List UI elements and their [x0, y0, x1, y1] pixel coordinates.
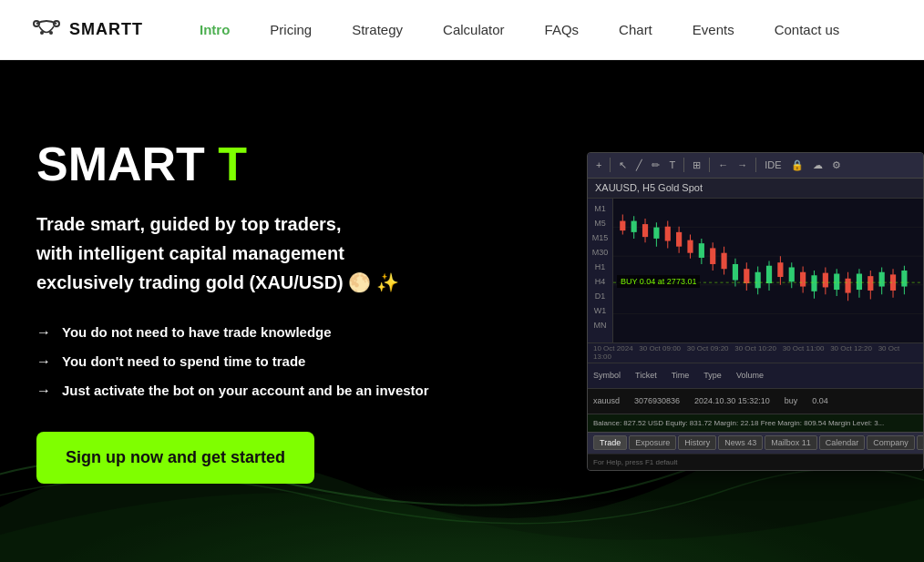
bullet-3: → Just activate the bot on your account …: [36, 383, 429, 399]
hero-title-white: SMART: [36, 138, 218, 190]
logo[interactable]: SMARTT: [29, 13, 143, 47]
chart-balance-bar: Balance: 827.52 USD Equity: 831.72 Margi…: [588, 414, 923, 432]
svg-rect-36: [766, 265, 772, 282]
toolbar-settings[interactable]: ⚙: [829, 158, 844, 172]
tf-h4[interactable]: H4: [588, 275, 612, 288]
chart-status-bar: For Help, press F1 default: [588, 454, 923, 470]
nav-item-pricing[interactable]: Pricing: [250, 0, 332, 60]
tab-calendar[interactable]: Calendar: [819, 435, 866, 450]
svg-rect-60: [901, 271, 907, 287]
svg-rect-32: [744, 269, 749, 283]
svg-rect-26: [710, 248, 715, 264]
nav-item-faqs[interactable]: FAQs: [525, 0, 600, 60]
svg-rect-46: [823, 272, 828, 287]
svg-rect-30: [733, 263, 738, 280]
toolbar-plus[interactable]: +: [593, 158, 604, 171]
chart-toolbar: + ↖ ╱ ✏ T ⊞ ← → IDE 🔒 ☁ ⚙: [588, 153, 923, 179]
svg-rect-50: [845, 278, 850, 292]
tab-exposure[interactable]: Exposure: [629, 435, 676, 450]
chart-orders-data: xauusd 3076930836 2024.10.30 15:32:10 bu…: [588, 388, 923, 414]
svg-rect-38: [777, 262, 783, 277]
toolbar-ide[interactable]: IDE: [762, 158, 784, 171]
toolbar-fwd[interactable]: →: [734, 158, 750, 171]
tab-trade[interactable]: Trade: [593, 435, 627, 450]
candlestick-svg: [613, 199, 923, 342]
toolbar-back[interactable]: ←: [715, 158, 731, 171]
logo-text: SMARTT: [69, 20, 143, 39]
toolbar-line[interactable]: ╱: [633, 158, 645, 172]
chart-window: + ↖ ╱ ✏ T ⊞ ← → IDE 🔒 ☁ ⚙ XAUUSD, H5 Gol…: [587, 152, 924, 471]
svg-rect-48: [834, 273, 839, 290]
order-symbol-value: xauusd: [593, 396, 620, 405]
tf-d1[interactable]: D1: [588, 290, 612, 302]
nav-links: Intro Pricing Strategy Calculator FAQs C…: [180, 0, 895, 60]
toolbar-sep-2: [683, 158, 684, 172]
toolbar-cloud[interactable]: ☁: [810, 158, 826, 172]
toolbar-text[interactable]: T: [666, 158, 678, 171]
nav-item-chart[interactable]: Chart: [599, 0, 672, 60]
order-symbol-label: Symbol: [593, 371, 621, 380]
toolbar-cursor[interactable]: ↖: [616, 158, 630, 172]
chart-orders-row: Symbol Ticket Time Type Volume: [588, 363, 923, 388]
hero-section: SMART T Trade smart, guided by top trade…: [0, 60, 924, 562]
hero-subtitle: Trade smart, guided by top traders, with…: [36, 209, 429, 297]
order-type-label: Type: [703, 371, 722, 380]
toolbar-sep-4: [755, 158, 756, 172]
toolbar-pencil[interactable]: ✏: [649, 158, 662, 172]
svg-rect-54: [868, 276, 873, 291]
nav-item-intro[interactable]: Intro: [180, 0, 250, 60]
tf-m30[interactable]: M30: [588, 246, 612, 259]
nav-item-calculator[interactable]: Calculator: [423, 0, 525, 60]
order-ticket-value: 3076930836: [634, 396, 680, 405]
tf-m5[interactable]: M5: [588, 217, 612, 230]
order-time-label: Time: [672, 371, 690, 380]
hero-chart: + ↖ ╱ ✏ T ⊞ ← → IDE 🔒 ☁ ⚙ XAUUSD, H5 Gol…: [587, 152, 924, 471]
tf-m1[interactable]: M1: [588, 202, 612, 215]
svg-rect-20: [676, 231, 682, 246]
toolbar-lock[interactable]: 🔒: [788, 158, 806, 172]
arrow-icon-1: →: [36, 324, 51, 341]
svg-rect-34: [755, 271, 761, 288]
hero-bullets: → You do not need to have trade knowledg…: [36, 324, 429, 399]
svg-rect-52: [857, 273, 862, 290]
chart-body: M1 M5 M15 M30 H1 H4 D1 W1 MN: [588, 199, 923, 342]
order-volume-value: 0.04: [812, 396, 828, 405]
cta-button[interactable]: Sign up now and get started: [36, 432, 314, 484]
tab-news[interactable]: News 43: [718, 435, 763, 450]
chart-time-labels: 10 Oct 2024 30 Oct 09:00 30 Oct 09:20 30…: [593, 344, 918, 361]
toolbar-zoom[interactable]: ⊞: [690, 158, 703, 172]
tf-m15[interactable]: M15: [588, 231, 612, 244]
bullet-2: → You don't need to spend time to trade: [36, 353, 429, 370]
navbar: SMARTT Intro Pricing Strategy Calculator…: [0, 0, 924, 60]
svg-rect-22: [687, 240, 693, 252]
svg-rect-40: [789, 267, 795, 281]
hero-title: SMART T: [36, 138, 429, 190]
svg-rect-18: [665, 226, 671, 240]
tab-alerts[interactable]: Alerts: [917, 435, 923, 450]
chart-title-bar: XAUUSD, H5 Gold Spot: [588, 179, 923, 199]
nav-item-contact[interactable]: Contact us: [755, 0, 860, 60]
chart-footer-tabs: Trade Exposure History News 43 Mailbox 1…: [588, 432, 923, 454]
hero-title-green: T: [218, 138, 247, 190]
svg-rect-56: [879, 271, 885, 286]
svg-rect-44: [811, 275, 816, 291]
bullet-1: → You do not need to have trade knowledg…: [36, 324, 429, 341]
balance-text: Balance: 827.52 USD Equity: 831.72 Margi…: [593, 419, 884, 427]
tf-w1[interactable]: W1: [588, 304, 612, 317]
tf-mn[interactable]: MN: [588, 319, 612, 332]
chart-timeframes: M1 M5 M15 M30 H1 H4 D1 W1 MN: [588, 199, 613, 342]
nav-item-strategy[interactable]: Strategy: [332, 0, 423, 60]
svg-rect-0: [29, 13, 64, 47]
tab-history[interactable]: History: [678, 435, 716, 450]
tf-h1[interactable]: H1: [588, 261, 612, 273]
order-ticket-label: Ticket: [635, 371, 657, 380]
svg-rect-10: [620, 220, 625, 230]
svg-point-3: [40, 31, 44, 35]
tab-company[interactable]: Company: [867, 435, 915, 450]
svg-rect-28: [721, 252, 726, 269]
nav-item-events[interactable]: Events: [672, 0, 755, 60]
status-text: For Help, press F1 default: [593, 458, 677, 466]
svg-rect-16: [653, 227, 659, 238]
tab-mailbox[interactable]: Mailbox 11: [765, 435, 817, 450]
arrow-icon-3: →: [36, 383, 51, 399]
